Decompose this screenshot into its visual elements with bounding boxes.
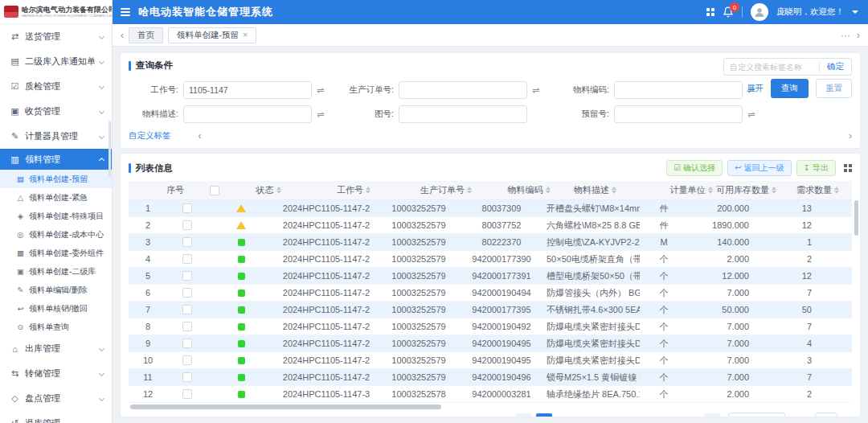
sidebar-group-item[interactable]: ☑ 质检管理 xyxy=(0,74,112,99)
field-input[interactable] xyxy=(183,105,312,123)
field-input[interactable] xyxy=(614,105,743,123)
field-input[interactable] xyxy=(399,105,527,123)
table-row[interactable]: 3 2024HPC1105-1147-2 10003252579 8022237… xyxy=(129,234,852,251)
page-tab[interactable]: 领料单创建-预留 × xyxy=(168,27,256,43)
tag-name-input[interactable] xyxy=(724,59,819,75)
bell-icon[interactable]: 0 xyxy=(723,6,734,18)
column-settings-icon[interactable] xyxy=(844,164,852,172)
sidebar-group-material-requisition[interactable]: ▥ 领料管理 xyxy=(0,149,112,170)
sidebar-sub-item[interactable]: ▤ 领料单创建-预留 xyxy=(0,170,112,188)
sidebar-group-item[interactable]: ⇆ 转储管理 xyxy=(0,361,112,386)
table-row[interactable]: 4 2024HPC1105-1147-2 10003252579 9420001… xyxy=(129,251,852,268)
sidebar-sub-item[interactable]: ✎ 领料单编辑/删除 xyxy=(0,281,112,299)
sidebar-group-item[interactable]: ◇ 盘点管理 xyxy=(0,386,112,411)
page-number[interactable]: 4 xyxy=(599,413,615,417)
tag-confirm-button[interactable]: 确定 xyxy=(820,61,851,72)
row-checkbox[interactable] xyxy=(182,389,192,399)
row-checkbox[interactable] xyxy=(182,237,192,247)
prev-page-button[interactable]: ‹ xyxy=(515,413,531,417)
sidebar-sub-item[interactable]: ▩ 领料单创建-委外组件 xyxy=(0,244,112,262)
row-checkbox[interactable] xyxy=(182,254,192,264)
field-input[interactable] xyxy=(399,81,527,99)
sort-icon[interactable] xyxy=(546,187,551,194)
row-checkbox[interactable] xyxy=(182,322,192,331)
tag-scroll-left-icon[interactable]: ‹ xyxy=(199,131,202,141)
row-checkbox[interactable] xyxy=(182,288,192,298)
fullscreen-icon[interactable] xyxy=(706,8,714,16)
table-row[interactable]: 12 2024HPC1105-1147-3 10003252578 942000… xyxy=(129,386,852,403)
filter-icon[interactable]: ⇌ xyxy=(532,85,539,96)
collapse-menu-icon[interactable] xyxy=(121,8,130,16)
field-input[interactable] xyxy=(183,81,312,99)
tab-scroll-left-icon[interactable]: ‹ xyxy=(121,31,124,40)
sort-icon[interactable] xyxy=(366,187,371,194)
expand-link[interactable]: 展开 xyxy=(747,83,764,94)
tab-more-icon[interactable]: ··· xyxy=(841,31,850,40)
table-row[interactable]: 1 2024HPC1105-1147-2 10003252579 8003730… xyxy=(129,200,852,217)
table-row[interactable]: 6 2024HPC1105-1147-2 10003252579 9420001… xyxy=(129,285,852,302)
avatar[interactable] xyxy=(751,3,768,21)
page-number[interactable]: 2 xyxy=(557,413,573,417)
row-checkbox[interactable] xyxy=(182,203,192,213)
filter-icon[interactable]: ⇌ xyxy=(317,85,324,96)
sort-icon[interactable] xyxy=(772,187,776,194)
sidebar-sub-item[interactable]: △ 领料单创建-紧急 xyxy=(0,188,112,207)
sort-icon[interactable] xyxy=(708,187,713,194)
sidebar-sub-item[interactable]: ↩ 领料单核销/撤回 xyxy=(0,299,112,318)
sidebar-group-item[interactable]: ⇄ 送货管理 xyxy=(0,24,112,49)
page-number[interactable]: 5 xyxy=(620,413,636,417)
sidebar-group-item[interactable]: ▤ 二级库入库通知单 xyxy=(0,49,112,74)
export-button[interactable]: ↧ 导出 xyxy=(796,160,836,176)
sidebar-scrollbar[interactable] xyxy=(108,121,111,177)
row-checkbox[interactable] xyxy=(182,372,192,382)
page-number[interactable]: 12 xyxy=(683,413,699,417)
table-row[interactable]: 7 2024HPC1105-1147-2 10003252579 9420001… xyxy=(129,302,852,318)
sidebar-sub-item[interactable]: ◎ 领料单创建-成本中心 xyxy=(0,225,112,244)
table-row[interactable]: 2 2024HPC1105-1147-2 10003252579 8003775… xyxy=(129,217,852,234)
row-checkbox[interactable] xyxy=(182,339,192,348)
table-row[interactable]: 8 2024HPC1105-1147-2 10003252579 9420001… xyxy=(129,318,852,335)
sidebar-sub-item[interactable]: ◈ 领料单创建-特殊项目 xyxy=(0,207,112,225)
caret-down-icon[interactable] xyxy=(852,10,858,14)
page-number[interactable]: 3 xyxy=(578,413,594,417)
page-number[interactable]: ••• xyxy=(661,413,678,417)
user-greeting[interactable]: 庞晓明，欢迎您！ xyxy=(776,6,844,18)
sidebar-group-item[interactable]: ✎ 计量器具管理 xyxy=(0,124,112,149)
back-button[interactable]: ↩ 返回上一级 xyxy=(727,160,791,176)
sidebar-group-item[interactable]: ▣ 收货管理 xyxy=(0,99,112,124)
page-number[interactable]: 1 xyxy=(536,413,552,417)
filter-icon[interactable]: ⇌ xyxy=(747,109,755,120)
field-input[interactable] xyxy=(614,81,743,99)
sort-icon[interactable] xyxy=(467,187,472,194)
row-checkbox[interactable] xyxy=(182,355,192,365)
horizontal-scrollbar-thumb[interactable] xyxy=(130,405,441,409)
goto-page-input[interactable] xyxy=(815,413,837,417)
table-row[interactable]: 9 2024HPC1105-1147-2 10003252579 9420001… xyxy=(129,335,852,352)
next-page-button[interactable]: › xyxy=(704,413,720,417)
table-row[interactable]: 11 2024HPC1105-1147-2 10003252579 942000… xyxy=(129,369,852,386)
reset-button[interactable]: 重置 xyxy=(816,79,852,98)
table-row[interactable]: 10 2024HPC1105-1147-2 10003252579 942000… xyxy=(129,352,852,369)
page-tab[interactable]: 首页 xyxy=(129,27,163,43)
confirm-select-button[interactable]: ☑ 确认选择 xyxy=(666,160,723,176)
sidebar-group-item[interactable]: ↺ 退库管理 xyxy=(0,411,112,423)
sidebar-group-item[interactable]: ⌂ 出库管理 xyxy=(0,336,112,361)
sort-icon[interactable] xyxy=(612,187,616,194)
row-checkbox[interactable] xyxy=(182,271,192,281)
vertical-scrollbar-thumb[interactable] xyxy=(854,200,858,236)
custom-tag-link[interactable]: 自定义标签 xyxy=(129,130,171,142)
page-size-select[interactable]: 200条/页 xyxy=(728,413,785,417)
sort-icon[interactable] xyxy=(276,187,281,194)
filter-icon[interactable]: ⇌ xyxy=(317,109,324,120)
row-checkbox[interactable] xyxy=(182,305,192,314)
table-row[interactable]: 5 2024HPC1105-1147-2 10003252579 9420001… xyxy=(129,268,852,285)
sort-icon[interactable] xyxy=(834,187,839,194)
sidebar-sub-item[interactable]: ▣ 领料单创建-二级库 xyxy=(0,262,112,281)
select-all-checkbox[interactable] xyxy=(210,186,219,195)
tab-scroll-right-icon[interactable]: › xyxy=(857,31,860,40)
close-icon[interactable]: × xyxy=(243,31,248,39)
search-button[interactable]: 查询 xyxy=(771,79,809,98)
sidebar-sub-item[interactable]: ⊙ 领料单查询 xyxy=(0,318,112,336)
tag-scroll-right-icon[interactable]: › xyxy=(849,131,852,141)
page-number[interactable]: 6 xyxy=(641,413,657,417)
